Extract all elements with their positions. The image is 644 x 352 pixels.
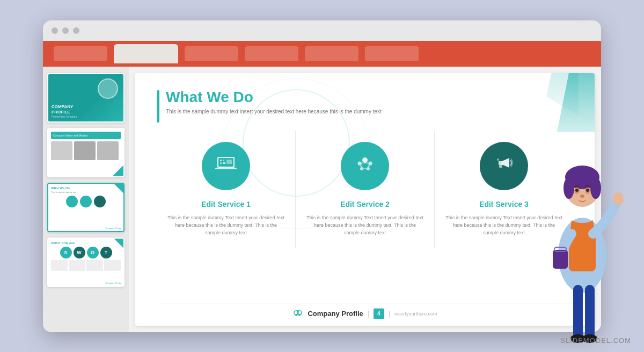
toolbar-tab-4[interactable] bbox=[245, 46, 298, 61]
service-icon-circle-2 bbox=[341, 142, 389, 190]
slide-footer: Company Profile | 4 | insertyourthere.co… bbox=[157, 304, 573, 319]
browser-dot-red bbox=[52, 27, 58, 34]
service-desc-3: This is the sample dummy Text Insert you… bbox=[445, 214, 562, 237]
slides-panel: COMPANYPROFILE PowerPoint Template Compa… bbox=[43, 67, 129, 332]
thumb-2-header-text: Company Vision and Mission bbox=[53, 134, 87, 137]
slide-thumb-2[interactable]: Company Vision and Mission bbox=[47, 128, 125, 177]
slide-thumb-1-preview: COMPANYPROFILE PowerPoint Template bbox=[48, 74, 123, 121]
slide-content: What We Do This is the sample dummy text… bbox=[135, 73, 595, 326]
svg-rect-20 bbox=[499, 161, 503, 165]
title-text-block: What We Do This is the sample dummy text… bbox=[166, 89, 382, 115]
browser-window: COMPANYPROFILE PowerPoint Template Compa… bbox=[43, 20, 601, 332]
toolbar-tab-1[interactable] bbox=[54, 46, 107, 61]
thumb-4-header-text: SWOT Analysis bbox=[51, 241, 121, 245]
footer-divider-2: | bbox=[389, 310, 390, 318]
svg-point-26 bbox=[295, 314, 297, 316]
browser-dot-green bbox=[73, 27, 79, 34]
service-title-1: Edit Service 1 bbox=[201, 200, 251, 209]
swot-s: S bbox=[60, 247, 72, 258]
browser-chrome bbox=[43, 20, 601, 41]
slide-subtitle: This is the sample dummy text insert you… bbox=[166, 109, 382, 114]
thumb-3-icons bbox=[51, 196, 121, 207]
svg-rect-21 bbox=[499, 165, 502, 168]
service-icon-laptop bbox=[213, 150, 239, 181]
service-title-3: Edit Service 3 bbox=[479, 200, 529, 209]
thumb-1-title: COMPANYPROFILE bbox=[52, 104, 120, 114]
svg-rect-5 bbox=[223, 162, 225, 164]
browser-dot-yellow bbox=[62, 27, 69, 34]
service-card-1: Edit Service 1 This is the sample dummy … bbox=[157, 131, 296, 248]
title-bar bbox=[157, 90, 159, 123]
service-icon-circle-1 bbox=[202, 142, 250, 190]
service-icon-brain bbox=[352, 150, 378, 181]
thumb-3-header-text: What We Do bbox=[51, 186, 121, 190]
thumb-4-col-1 bbox=[51, 260, 68, 271]
thumb-2-header: Company Vision and Mission bbox=[51, 132, 121, 139]
services-grid: Edit Service 1 This is the sample dummy … bbox=[157, 131, 573, 248]
thumb-4-cols bbox=[51, 260, 121, 271]
thumb-3-icon-1 bbox=[66, 196, 78, 207]
slide-thumb-4-preview: SWOT Analysis S W O T Company Profile bbox=[48, 239, 123, 286]
thumb-1-circle bbox=[98, 78, 118, 99]
thumb-2-img1 bbox=[51, 141, 72, 160]
toolbar-tab-3[interactable] bbox=[185, 46, 238, 61]
service-icon-megaphone bbox=[491, 150, 517, 181]
slide-main: What We Do This is the sample dummy text… bbox=[135, 73, 595, 326]
thumb-4-col-2 bbox=[69, 260, 85, 271]
svg-point-27 bbox=[298, 314, 301, 316]
slide-title-section: What We Do This is the sample dummy text… bbox=[157, 89, 573, 123]
svg-point-8 bbox=[362, 157, 368, 163]
corner-accent bbox=[530, 73, 595, 127]
swot-o: O bbox=[87, 247, 99, 258]
thumb-2-img2 bbox=[74, 141, 96, 160]
thumb-2-content bbox=[51, 141, 121, 160]
thumb-3-footer: Company Profile bbox=[105, 227, 121, 229]
footer-logo-icon bbox=[292, 308, 303, 319]
footer-page-number: 4 bbox=[374, 308, 384, 319]
thumb-2-img3 bbox=[97, 141, 119, 160]
service-title-2: Edit Service 2 bbox=[340, 200, 390, 209]
svg-rect-3 bbox=[223, 160, 224, 161]
thumb-4-footer: Company Profile bbox=[105, 282, 121, 284]
footer-divider: | bbox=[368, 310, 369, 318]
thumb-4-col-3 bbox=[86, 260, 103, 271]
browser-body: COMPANYPROFILE PowerPoint Template Compa… bbox=[43, 67, 601, 332]
swot-t: T bbox=[100, 247, 112, 258]
slide-thumb-4[interactable]: SWOT Analysis S W O T Company Profile bbox=[47, 238, 125, 287]
svg-point-25 bbox=[297, 310, 299, 312]
slide-main-title: What We Do bbox=[166, 89, 382, 106]
footer-logo-text: Company Profile bbox=[308, 310, 363, 318]
service-card-3: Edit Service 3 This is the sample dummy … bbox=[435, 131, 573, 248]
thumb-3-icon-2 bbox=[80, 196, 92, 207]
thumb-2-accent bbox=[113, 166, 123, 176]
slide-thumb-1[interactable]: COMPANYPROFILE PowerPoint Template bbox=[47, 73, 125, 123]
svg-rect-4 bbox=[220, 162, 222, 164]
service-icon-circle-3 bbox=[480, 142, 528, 190]
service-card-2: Edit Service 2 This is the sample dummy … bbox=[296, 131, 435, 248]
slide-thumb-2-preview: Company Vision and Mission bbox=[48, 129, 123, 176]
swot-w: W bbox=[74, 247, 85, 258]
thumb-3-sub-text: This is sample dummy text bbox=[51, 191, 121, 193]
thumb-1-sub: PowerPoint Template bbox=[52, 115, 120, 118]
service-desc-1: This is the sample dummy Text Insert you… bbox=[167, 214, 284, 237]
browser-toolbar bbox=[43, 41, 601, 67]
thumb-4-letters: S W O T bbox=[51, 247, 121, 258]
toolbar-tab-active[interactable] bbox=[114, 44, 178, 63]
toolbar-tab-5[interactable] bbox=[305, 46, 358, 61]
svg-rect-6 bbox=[226, 160, 232, 164]
thumb-4-col-4 bbox=[104, 260, 121, 271]
slide-thumb-3-preview: What We Do This is sample dummy text Com… bbox=[48, 184, 123, 231]
svg-rect-7 bbox=[215, 168, 237, 169]
toolbar-tab-6[interactable] bbox=[365, 46, 419, 61]
svg-rect-2 bbox=[220, 160, 222, 161]
service-desc-2: This is the sample dummy Text Insert you… bbox=[306, 214, 423, 237]
footer-url: insertyourthere.com bbox=[394, 311, 437, 317]
watermark: SLIDEMODEL.COM bbox=[560, 336, 631, 344]
svg-point-39 bbox=[613, 192, 624, 205]
svg-point-22 bbox=[497, 159, 499, 161]
slide-thumb-3[interactable]: What We Do This is sample dummy text Com… bbox=[47, 183, 125, 232]
thumb-3-icon-3 bbox=[94, 196, 106, 207]
